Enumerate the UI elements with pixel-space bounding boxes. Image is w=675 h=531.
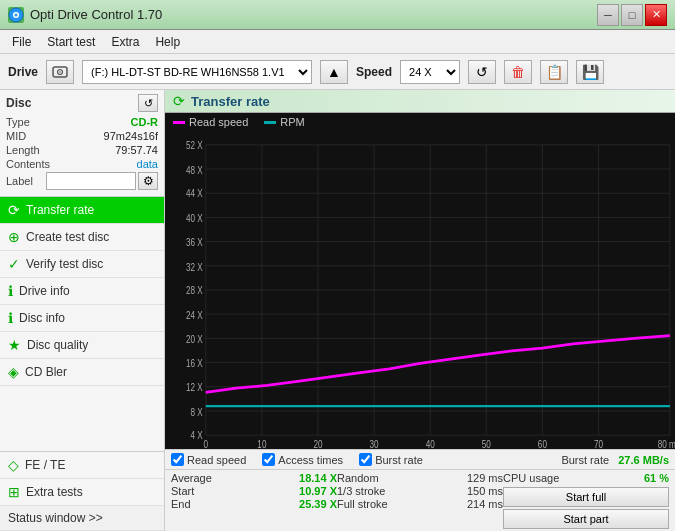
chart-title: Transfer rate	[191, 94, 270, 109]
window-controls: ─ □ ✕	[597, 4, 667, 26]
svg-text:0: 0	[204, 437, 209, 449]
read-speed-checkbox-item: Read speed	[171, 453, 246, 466]
stat-one-third-stroke: 1/3 stroke 150 ms	[337, 485, 503, 497]
nav-item-cd-bler[interactable]: ◈ CD Bler	[0, 359, 164, 386]
disc-panel-title: Disc	[6, 96, 31, 110]
nav-item-create-test-disc[interactable]: ⊕ Create test disc	[0, 224, 164, 251]
disc-contents-row: Contents data	[6, 158, 158, 170]
disc-mid-label: MID	[6, 130, 26, 142]
status-window-button[interactable]: Status window >>	[0, 506, 164, 531]
app-title: Opti Drive Control 1.70	[30, 7, 162, 22]
nav-item-transfer-rate[interactable]: ⟳ Transfer rate	[0, 197, 164, 224]
disc-type-label: Type	[6, 116, 30, 128]
svg-text:8 X: 8 X	[191, 406, 204, 419]
svg-text:24 X: 24 X	[186, 309, 203, 322]
nav-item-disc-quality[interactable]: ★ Disc quality	[0, 332, 164, 359]
speed-label: Speed	[356, 65, 392, 79]
read-speed-color-swatch	[173, 121, 185, 124]
drive-select[interactable]: (F:) HL-DT-ST BD-RE WH16NS58 1.V1	[82, 60, 312, 84]
start-full-button[interactable]: Start full	[503, 487, 669, 507]
svg-text:10: 10	[257, 437, 267, 449]
erase-button[interactable]: 🗑	[504, 60, 532, 84]
fe-te-label: FE / TE	[25, 458, 65, 472]
minimize-button[interactable]: ─	[597, 4, 619, 26]
svg-text:44 X: 44 X	[186, 187, 203, 200]
menu-start-test[interactable]: Start test	[39, 33, 103, 51]
cd-bler-icon: ◈	[8, 364, 19, 380]
svg-text:48 X: 48 X	[186, 164, 203, 177]
stat-end: End 25.39 X	[171, 498, 337, 510]
chart-legend: Read speed RPM	[165, 113, 675, 131]
maximize-button[interactable]: □	[621, 4, 643, 26]
rpm-color-swatch	[264, 121, 276, 124]
menu-help[interactable]: Help	[147, 33, 188, 51]
disc-length-row: Length 79:57.74	[6, 144, 158, 156]
disc-refresh-btn[interactable]: ↺	[138, 94, 158, 112]
chart-header-icon: ⟳	[173, 93, 185, 109]
disc-contents-value: data	[137, 158, 158, 170]
nav-items: ⟳ Transfer rate ⊕ Create test disc ✓ Ver…	[0, 197, 164, 451]
transfer-rate-icon: ⟳	[8, 202, 20, 218]
svg-text:4 X: 4 X	[191, 429, 204, 442]
copy-button[interactable]: 📋	[540, 60, 568, 84]
svg-text:32 X: 32 X	[186, 260, 203, 273]
close-button[interactable]: ✕	[645, 4, 667, 26]
speed-select[interactable]: 24 X	[400, 60, 460, 84]
nav-item-verify-test-disc[interactable]: ✓ Verify test disc	[0, 251, 164, 278]
save-button[interactable]: 💾	[576, 60, 604, 84]
disc-panel: Disc ↺ Type CD-R MID 97m24s16f Length 79…	[0, 90, 164, 197]
svg-text:30: 30	[370, 437, 380, 449]
drive-info-icon: ℹ	[8, 283, 13, 299]
svg-text:16 X: 16 X	[186, 357, 203, 370]
title-bar-left: Opti Drive Control 1.70	[8, 7, 162, 23]
refresh-button[interactable]: ↺	[468, 60, 496, 84]
disc-label-edit-btn[interactable]: ⚙	[138, 172, 158, 190]
disc-length-label: Length	[6, 144, 40, 156]
svg-point-5	[59, 71, 61, 73]
nav-item-drive-info[interactable]: ℹ Drive info	[0, 278, 164, 305]
stat-random-label: Random	[337, 472, 379, 484]
eject-button[interactable]: ▲	[320, 60, 348, 84]
menu-bar: File Start test Extra Help	[0, 30, 675, 54]
nav-item-fe-te[interactable]: ◇ FE / TE	[0, 452, 164, 479]
nav-label-drive-info: Drive info	[19, 284, 70, 298]
svg-text:20: 20	[313, 437, 323, 449]
disc-quality-icon: ★	[8, 337, 21, 353]
main-layout: Disc ↺ Type CD-R MID 97m24s16f Length 79…	[0, 90, 675, 531]
stat-full-stroke-label: Full stroke	[337, 498, 388, 510]
access-times-checkbox[interactable]	[262, 453, 275, 466]
create-test-disc-icon: ⊕	[8, 229, 20, 245]
nav-item-disc-info[interactable]: ℹ Disc info	[0, 305, 164, 332]
disc-label-input[interactable]	[46, 172, 136, 190]
drive-bar: Drive (F:) HL-DT-ST BD-RE WH16NS58 1.V1 …	[0, 54, 675, 90]
stat-random: Random 129 ms	[337, 472, 503, 484]
chart-container: 52 X 48 X 44 X 40 X 36 X 32 X 28 X 24 X …	[165, 131, 675, 449]
nav-label-verify-test-disc: Verify test disc	[26, 257, 103, 271]
disc-label-label: Label	[6, 175, 33, 187]
menu-extra[interactable]: Extra	[103, 33, 147, 51]
svg-point-2	[15, 13, 18, 16]
access-times-checkbox-label: Access times	[278, 454, 343, 466]
menu-file[interactable]: File	[4, 33, 39, 51]
stat-one-third-label: 1/3 stroke	[337, 485, 385, 497]
stat-average-value: 18.14 X	[299, 472, 337, 484]
disc-info-icon: ℹ	[8, 310, 13, 326]
sidebar-bottom: ◇ FE / TE ⊞ Extra tests Status window >>	[0, 451, 164, 531]
burst-rate-checkbox-label: Burst rate	[375, 454, 423, 466]
nav-label-transfer-rate: Transfer rate	[26, 203, 94, 217]
content-area: ⟳ Transfer rate Read speed RPM	[165, 90, 675, 531]
read-speed-checkbox-label: Read speed	[187, 454, 246, 466]
drive-icon-btn[interactable]	[46, 60, 74, 84]
nav-label-create-test-disc: Create test disc	[26, 230, 109, 244]
legend-rpm: RPM	[264, 116, 304, 128]
nav-item-extra-tests[interactable]: ⊞ Extra tests	[0, 479, 164, 506]
burst-rate-checkbox[interactable]	[359, 453, 372, 466]
start-part-button[interactable]: Start part	[503, 509, 669, 529]
stat-full-stroke: Full stroke 214 ms	[337, 498, 503, 510]
stat-start-value: 10.97 X	[299, 485, 337, 497]
stat-full-stroke-value: 214 ms	[467, 498, 503, 510]
stats-section: Average 18.14 X Start 10.97 X End 25.39 …	[165, 469, 675, 531]
disc-type-row: Type CD-R	[6, 116, 158, 128]
read-speed-checkbox[interactable]	[171, 453, 184, 466]
svg-text:28 X: 28 X	[186, 284, 203, 297]
